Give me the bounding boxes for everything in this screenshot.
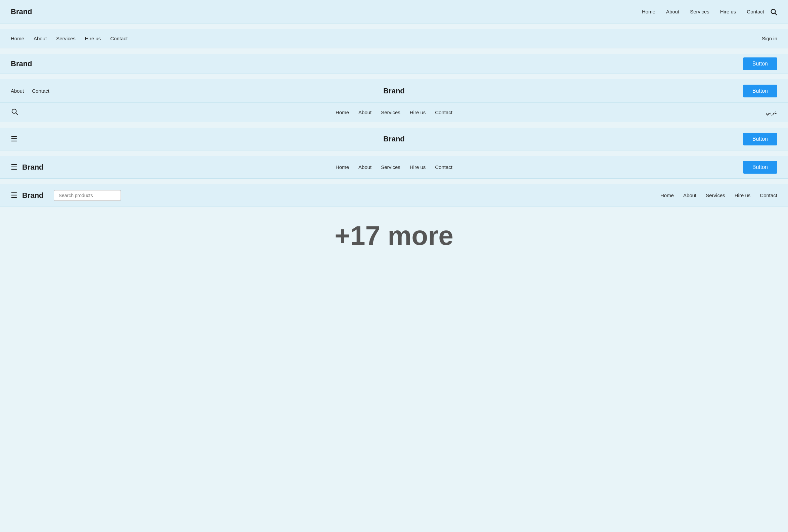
- center-nav-7: Home About Services Hire us Contact: [336, 164, 452, 170]
- center-nav-5: Home About Services Hire us Contact: [336, 110, 452, 116]
- gap-1: [0, 23, 788, 29]
- gap-3: [0, 74, 788, 79]
- svg-line-3: [16, 113, 18, 115]
- search-input-8[interactable]: [54, 190, 121, 201]
- nav-about-5[interactable]: About: [358, 110, 372, 115]
- nav-divider-1: [767, 7, 767, 17]
- signin-link[interactable]: Sign in: [762, 36, 777, 41]
- navbar-3: Brand Button: [0, 54, 788, 74]
- nav-contact-1[interactable]: Contact: [747, 9, 764, 15]
- nav-home-1[interactable]: Home: [642, 9, 655, 15]
- left-links-4: About Contact: [11, 88, 50, 94]
- search-icon-1: [770, 8, 777, 16]
- nav-home-5[interactable]: Home: [336, 110, 349, 115]
- more-section: +17 more: [0, 207, 788, 258]
- gap-5: [0, 122, 788, 127]
- button-6[interactable]: Button: [743, 133, 777, 145]
- nav-services-1[interactable]: Services: [690, 9, 709, 15]
- nav-hireus-7[interactable]: Hire us: [410, 164, 426, 170]
- button-4[interactable]: Button: [743, 85, 777, 97]
- navbar-7: ☰ Brand Home About Services Hire us Cont…: [0, 156, 788, 179]
- nav-links-2: Home About Services Hire us Contact: [11, 36, 127, 42]
- nav-services-8[interactable]: Services: [706, 193, 725, 198]
- left-section-7: ☰ Brand: [11, 163, 44, 172]
- navbar-8: ☰ Brand Home About Services Hire us Cont…: [0, 184, 788, 207]
- nav-contact-5[interactable]: Contact: [435, 110, 452, 115]
- nav-hireus-1[interactable]: Hire us: [720, 9, 736, 15]
- nav-links-1: Home About Services Hire us Contact: [642, 9, 764, 15]
- navbar-5: Home About Services Hire us Contact عربي: [0, 103, 788, 122]
- hamburger-icon-8[interactable]: ☰: [11, 192, 18, 199]
- nav-hireus-8[interactable]: Hire us: [734, 193, 751, 198]
- brand-8: Brand: [22, 191, 44, 200]
- brand-4: Brand: [383, 87, 405, 95]
- nav-about-8[interactable]: About: [683, 193, 696, 198]
- button-3[interactable]: Button: [743, 57, 777, 70]
- hamburger-icon-6[interactable]: ☰: [11, 135, 18, 143]
- navbar-1: Brand Home About Services Hire us Contac…: [0, 0, 788, 23]
- nav-about-4[interactable]: About: [11, 88, 24, 94]
- arabic-label[interactable]: عربي: [766, 110, 777, 116]
- nav-services-7[interactable]: Services: [381, 164, 400, 170]
- nav-services-5[interactable]: Services: [381, 110, 400, 115]
- nav-contact-4[interactable]: Contact: [32, 88, 50, 94]
- gap-2: [0, 48, 788, 54]
- navbar-2: Home About Services Hire us Contact Sign…: [0, 29, 788, 48]
- nav-home-2[interactable]: Home: [11, 36, 24, 41]
- nav-about-1[interactable]: About: [666, 9, 679, 15]
- hamburger-icon-7[interactable]: ☰: [11, 163, 18, 171]
- left-section-8: ☰ Brand: [11, 190, 121, 201]
- navbar-6: ☰ Brand Button: [0, 127, 788, 151]
- nav-home-7[interactable]: Home: [336, 164, 349, 170]
- gap-6: [0, 151, 788, 156]
- search-icon-5[interactable]: [11, 108, 18, 117]
- more-label: +17 more: [335, 220, 453, 251]
- navbar-4: About Contact Brand Button: [0, 79, 788, 103]
- brand-7: Brand: [22, 163, 44, 172]
- nav-about-2[interactable]: About: [34, 36, 47, 41]
- search-svg-5: [11, 108, 18, 115]
- nav-home-8[interactable]: Home: [661, 193, 674, 198]
- brand-1: Brand: [11, 7, 32, 16]
- brand-6: Brand: [383, 135, 405, 143]
- nav-contact-7[interactable]: Contact: [435, 164, 452, 170]
- nav-contact-8[interactable]: Contact: [760, 193, 777, 198]
- nav-services-2[interactable]: Services: [56, 36, 76, 41]
- nav-hireus-5[interactable]: Hire us: [410, 110, 426, 115]
- gap-7: [0, 179, 788, 184]
- nav-contact-2[interactable]: Contact: [110, 36, 127, 41]
- right-nav-8: Home About Services Hire us Contact: [661, 193, 777, 198]
- search-icon-button-1[interactable]: [770, 8, 777, 16]
- nav-about-7[interactable]: About: [358, 164, 372, 170]
- brand-3: Brand: [11, 59, 32, 68]
- nav-hireus-2[interactable]: Hire us: [85, 36, 101, 41]
- button-7[interactable]: Button: [743, 161, 777, 174]
- svg-line-1: [775, 13, 776, 15]
